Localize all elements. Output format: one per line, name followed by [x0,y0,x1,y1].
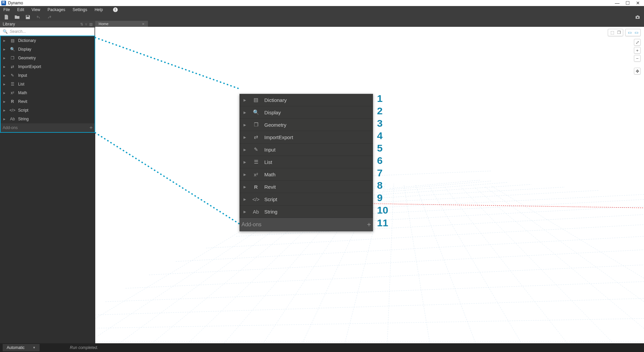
close-icon[interactable]: × [142,21,145,26]
math-icon: x² [9,91,15,95]
callout-label: Dictionary [264,97,287,103]
view-3d-icon[interactable]: ⬚ [609,30,615,35]
callout-item-string[interactable]: ▶AbString [239,206,373,218]
run-mode-selector[interactable]: Automatic ▼ [3,344,40,351]
view-box-icon[interactable]: ❐ [616,30,622,35]
alert-icon[interactable]: ! [113,7,118,12]
view-mode-group-graph: ▭ ▭ [625,29,641,36]
library-callout: ▶▤Dictionary ▶🔍Display ▶❒Geometry ▶⇄Impo… [239,94,373,231]
callout-item-importexport[interactable]: ▶⇄ImportExport [239,131,373,143]
menu-help[interactable]: Help [95,7,103,12]
zoom-out-button[interactable]: − [634,55,641,62]
pencil-icon: ✎ [9,73,15,78]
library-view-icon[interactable]: ▥ [89,22,93,26]
callout-item-input[interactable]: ▶✎Input [239,143,373,156]
tree-label: Script [18,108,29,113]
canvas-viewport[interactable]: ▶▤Dictionary ▶🔍Display ▶❒Geometry ▶⇄Impo… [95,27,644,343]
callout-addons-row[interactable]: Add-ons + [239,218,373,231]
chevron-right-icon: ▶ [3,57,7,60]
run-mode-label: Automatic [7,345,24,350]
callout-label: Input [264,147,275,153]
tree-label: Dictionary [18,38,36,43]
callout-number: 11 [377,216,388,230]
workspace-tab-home[interactable]: Home × [95,21,148,27]
svg-line-25 [176,236,644,261]
library-sort-icon[interactable]: ⇅ [80,22,83,26]
toolbar [0,13,644,21]
menu-settings[interactable]: Settings [73,7,87,12]
menu-edit[interactable]: Edit [17,7,24,12]
callout-item-display[interactable]: ▶🔍Display [239,106,373,119]
minimize-button[interactable]: — [615,1,620,5]
tree-item-dictionary[interactable]: ▶▤Dictionary [1,36,95,45]
callout-item-revit[interactable]: ▶RRevit [239,181,373,193]
search-input[interactable] [10,29,93,34]
ab-icon: Ab [9,117,15,121]
status-bar: Automatic ▼ Run completed. [0,343,644,352]
view-mode-controls: ⬚ ❐ ▭ ▭ [608,29,641,36]
svg-line-34 [377,182,508,192]
tree-item-string[interactable]: ▶AbString [1,115,95,123]
addons-row[interactable]: Add-ons + [1,123,95,132]
menu-view[interactable]: View [32,7,40,12]
zoom-controls: ⤢ + − ✥ [634,39,641,74]
chevron-right-icon: ▶ [3,83,7,86]
tree-label: Revit [18,99,27,104]
svg-line-35 [384,181,491,190]
view-nodes-icon[interactable]: ▭ [634,30,639,35]
tree-item-math[interactable]: ▶x²Math [1,89,95,97]
menu-file[interactable]: File [3,7,10,12]
undo-button[interactable] [36,14,42,20]
screenshot-button[interactable] [635,14,641,20]
tree-item-input[interactable]: ▶✎Input [1,71,95,80]
svg-line-22 [105,282,644,302]
svg-line-16 [474,187,644,329]
svg-line-33 [367,184,531,195]
callout-label: Geometry [264,122,286,128]
plus-icon[interactable]: + [90,125,93,131]
menu-packages[interactable]: Packages [48,7,65,12]
callout-item-list[interactable]: ▶☰List [239,156,373,168]
chevron-right-icon: ▶ [3,48,7,51]
fit-view-button[interactable]: ⤢ [634,39,641,46]
pan-button[interactable]: ✥ [634,68,641,74]
callout-item-dictionary[interactable]: ▶▤Dictionary [239,94,373,106]
new-file-button[interactable] [3,14,9,20]
redo-button[interactable] [46,14,52,20]
callout-item-math[interactable]: ▶x²Math [239,168,373,181]
tree-item-importexport[interactable]: ▶⇄ImportExport [1,62,95,71]
save-button[interactable] [25,14,31,20]
book-icon: ▤ [252,97,260,103]
ab-icon: Ab [252,209,260,215]
maximize-button[interactable]: ☐ [626,1,630,5]
callout-number: 6 [377,154,388,167]
workspace: Home × [95,21,644,343]
library-title: Library [3,22,15,26]
callout-item-geometry[interactable]: ▶❒Geometry [239,119,373,131]
tree-label: Geometry [18,56,36,60]
callout-item-script[interactable]: ▶</>Script [239,193,373,206]
svg-line-13 [429,186,525,343]
swap-icon: ⇄ [252,134,260,140]
tree-item-script[interactable]: ▶</>Script [1,106,95,115]
callout-label: Revit [264,184,276,190]
tree-item-display[interactable]: ▶🔍Display [1,45,95,54]
callout-label: Math [264,172,275,177]
zoom-in-button[interactable]: + [634,47,641,54]
tree-label: Math [18,91,27,95]
open-file-button[interactable] [14,14,20,20]
tree-item-revit[interactable]: ▶RRevit [1,97,95,106]
view-graph-icon[interactable]: ▭ [627,30,632,35]
callout-number: 5 [377,142,388,154]
search-icon: 🔍 [3,29,8,34]
tree-label: Input [18,73,27,78]
plus-icon[interactable]: + [367,221,371,229]
library-filter-icon[interactable]: ▿ [85,22,87,26]
code-icon: </> [252,196,260,202]
svg-line-17 [484,186,644,302]
chevron-right-icon: ▶ [244,173,248,176]
close-button[interactable]: ✕ [636,1,640,5]
library-panel: Library ⇅ ▿ ▥ 🔍 ▶▤Dictionary ▶🔍Display ▶… [0,21,95,343]
tree-item-geometry[interactable]: ▶❒Geometry [1,54,95,62]
tree-item-list[interactable]: ▶☰List [1,80,95,89]
